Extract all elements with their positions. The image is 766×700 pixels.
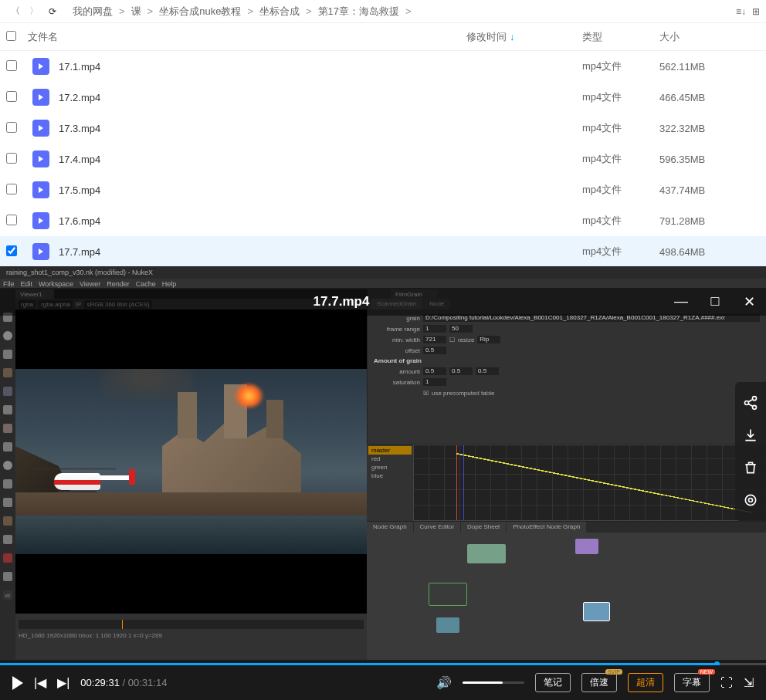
nuke-timeline (19, 620, 364, 629)
file-size: 322.32MB (659, 123, 760, 134)
speed-button[interactable]: 倍速SVIP (581, 673, 617, 692)
tool-icon (3, 553, 12, 563)
file-row[interactable]: 17.6.mp4 mp4文件 791.28MB (0, 205, 766, 236)
refresh-button[interactable]: ⟳ (45, 4, 60, 19)
video-file-icon (32, 89, 49, 106)
tool-icon (3, 368, 12, 377)
node (429, 583, 467, 606)
file-checkbox[interactable] (6, 60, 17, 71)
tool-icon (3, 442, 12, 451)
tool-icon (3, 350, 12, 359)
video-file-icon (32, 212, 49, 229)
close-button[interactable]: ✕ (741, 293, 757, 310)
column-headers: 文件名 修改时间↓ 类型 大小 (0, 23, 766, 51)
file-name: 17.6.mp4 (59, 215, 100, 227)
notes-button[interactable]: 笔记 (535, 673, 571, 692)
volume-icon[interactable]: 🔊 (436, 675, 452, 690)
nuke-menu-item: Cache (136, 280, 156, 288)
file-checkbox[interactable] (6, 122, 17, 133)
forward-button[interactable]: 〉 (26, 4, 42, 19)
video-file-icon (32, 243, 49, 260)
quality-button[interactable]: 超清 (628, 673, 663, 692)
nuke-tool-sidebar: vc (0, 289, 15, 660)
file-checkbox[interactable] (6, 91, 17, 102)
file-row[interactable]: 17.3.mp4 mp4文件 322.32MB (0, 113, 766, 144)
viewer-footer: HD_1080 1920x1080 bbox: 1 100 1920 1 x=0… (15, 614, 367, 660)
file-checkbox[interactable] (6, 153, 17, 164)
file-size: 498.64MB (659, 246, 760, 258)
curve-panel: master red green blue (367, 444, 766, 521)
nuke-viewer: Viewer1 rgba rgba.alpha IP sRGB 360 8bit… (15, 289, 367, 660)
download-icon[interactable] (742, 427, 759, 444)
file-size: 562.11MB (659, 61, 760, 73)
prop-label: frame range (374, 326, 420, 333)
toolbar: 〈 〉 ⟳ 我的网盘> 课> 坐标合成nuke教程> 坐标合成> 第17章：海岛… (0, 0, 766, 23)
video-content: raining_shot1_comp_v30.nk (modified) - N… (0, 266, 766, 660)
maximize-button[interactable]: □ (707, 293, 723, 310)
offset-input: 0.5 (423, 347, 446, 354)
chevron-right-icon: > (306, 5, 312, 17)
frame-start-input: 1 (423, 325, 446, 333)
breadcrumb-item[interactable]: 坐标合成 (258, 5, 301, 19)
file-row[interactable]: 17.7.mp4 mp4文件 498.64MB (0, 236, 766, 267)
video-title: 17.7.mp4 (9, 294, 673, 309)
nuke-right-panel: FilmGrain ScannedGrain Node grainD:/Comp… (367, 289, 766, 660)
share-icon[interactable] (742, 394, 759, 411)
next-button[interactable]: ▶| (57, 675, 69, 690)
header-size[interactable]: 大小 (659, 30, 760, 44)
chevron-right-icon: > (119, 5, 125, 17)
file-name: 17.1.mp4 (59, 61, 100, 73)
select-all-checkbox[interactable] (6, 31, 22, 43)
prev-button[interactable]: |◀ (34, 675, 46, 690)
ng-tab: PhotoEffect Node Graph (507, 522, 586, 533)
file-checkbox[interactable] (6, 245, 17, 256)
video-file-icon (32, 58, 49, 75)
volume-slider[interactable] (463, 681, 524, 684)
breadcrumb-item[interactable]: 第17章：海岛救援 (317, 5, 401, 19)
file-row[interactable]: 17.1.mp4 mp4文件 562.11MB (0, 51, 766, 82)
tool-icon (3, 424, 12, 433)
playlist-icon[interactable]: ⇲ (744, 675, 754, 690)
sort-icon[interactable]: ≡↓ (736, 6, 746, 17)
viewer-info: HD_1080 1920x1080 bbox: 1 100 1920 1 x=0… (19, 632, 364, 639)
file-type: mp4文件 (582, 183, 659, 197)
precompute-label: use precomputed table (432, 390, 494, 397)
back-button[interactable]: 〈 (8, 4, 23, 19)
minimize-button[interactable]: — (673, 293, 689, 310)
ng-tab: Curve Editor (414, 522, 460, 533)
tool-icon (3, 498, 12, 507)
layout-icon[interactable]: ⊞ (752, 6, 760, 17)
ng-tab: Node Graph (367, 522, 413, 533)
fullscreen-icon[interactable]: ⛶ (720, 676, 733, 690)
node (575, 539, 598, 554)
file-checkbox[interactable] (6, 184, 17, 194)
svg-line-4 (748, 404, 753, 406)
header-name[interactable]: 文件名 (22, 30, 466, 44)
play-button[interactable] (12, 676, 23, 690)
node (583, 602, 610, 621)
delete-icon[interactable] (742, 459, 759, 476)
svip-badge: SVIP (605, 669, 622, 675)
svg-line-3 (748, 399, 753, 401)
file-row[interactable]: 17.4.mp4 mp4文件 596.35MB (0, 144, 766, 174)
file-row[interactable]: 17.2.mp4 mp4文件 466.45MB (0, 82, 766, 113)
breadcrumb-item[interactable]: 课 (130, 5, 143, 19)
tool-icon (3, 479, 12, 489)
breadcrumb-item[interactable]: 坐标合成nuke教程 (158, 5, 242, 19)
breadcrumb-item[interactable]: 我的网盘 (71, 5, 114, 19)
header-type[interactable]: 类型 (582, 30, 659, 44)
sort-down-icon: ↓ (510, 31, 515, 42)
tool-icon (3, 405, 12, 414)
curve-channel: green (368, 463, 412, 472)
file-name: 17.3.mp4 (59, 123, 100, 134)
tool-icon (3, 535, 12, 544)
section-header: Amount of grain (374, 357, 760, 364)
subtitle-button[interactable]: 字幕NEW (674, 673, 710, 692)
file-row[interactable]: 17.5.mp4 mp4文件 437.74MB (0, 174, 766, 205)
node-graph: Node Graph Curve Editor Dope Sheet Photo… (367, 521, 766, 660)
file-checkbox[interactable] (6, 215, 17, 225)
settings-icon[interactable] (742, 492, 759, 509)
nuke-menu-item: Help (162, 280, 177, 288)
curve-graph (413, 445, 766, 521)
header-modified[interactable]: 修改时间↓ (466, 30, 582, 44)
